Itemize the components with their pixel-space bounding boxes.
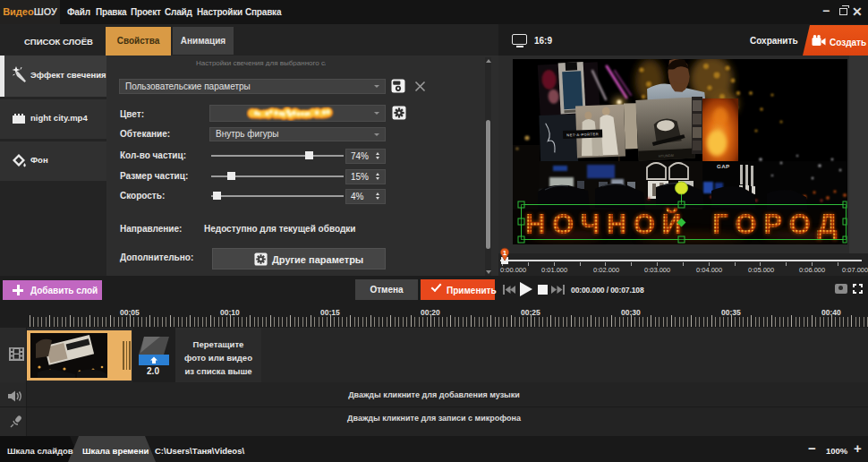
svg-text:ГОРОД: ГОРОД [712,209,844,240]
svg-text:GAP: GAP [717,163,730,169]
svg-text:НОЧНОЙ: НОЧНОЙ [525,208,688,240]
svg-text:1: 1 [503,249,507,257]
